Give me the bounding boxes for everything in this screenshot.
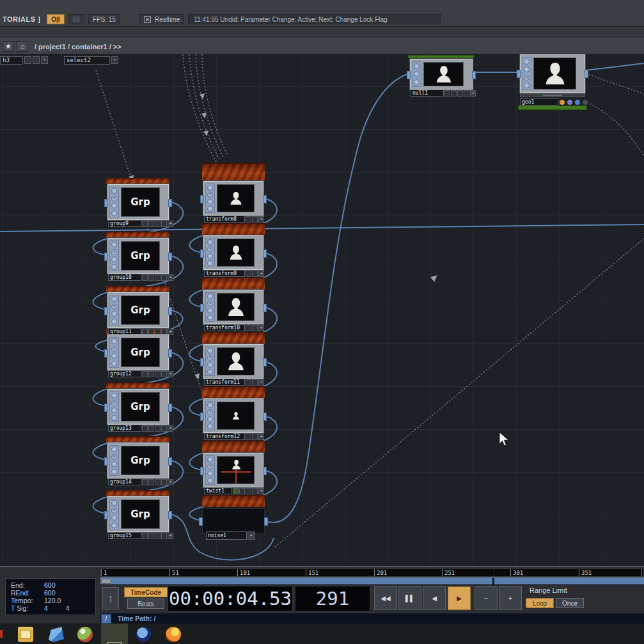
jump-to-start-button[interactable]: ◀◀ [374,586,397,610]
node-flag-column[interactable]: ✕ [109,240,119,271]
output-connector[interactable] [168,199,172,207]
node-viewer[interactable]: Grp [121,392,160,421]
node-viewer[interactable] [217,456,255,484]
node-viewer[interactable] [533,58,576,90]
node-flag-buttons[interactable]: + [246,434,264,440]
input-connector[interactable] [517,70,521,78]
input-connector[interactable] [407,71,411,79]
node-group15[interactable]: ✕ Grp group15 + [107,496,169,532]
input-connector[interactable] [104,253,108,261]
node-flag-column[interactable]: ✕ [109,445,119,476]
step-forward-button[interactable]: + [499,586,522,610]
node-flag-buttons[interactable]: + [246,216,264,223]
partial-flag-button[interactable] [33,56,40,64]
partial-flag-button[interactable] [24,56,31,64]
rate-box[interactable]: 60 [68,14,84,24]
node-flag-column[interactable]: ✕ [205,184,215,213]
node-flag-column[interactable]: ✕ [109,391,119,422]
node-geo1[interactable]: ✕ [520,54,585,93]
node-flag-buttons[interactable]: + [246,271,264,277]
node-viewer[interactable]: Grp [121,187,160,217]
node-viewer[interactable] [217,239,255,267]
flag-dot[interactable] [582,99,588,106]
output-connector[interactable] [472,71,476,79]
realtime-toggle[interactable]: ✕ Realtime [139,14,184,24]
node-transform11[interactable]: ✕ transform11 + [203,344,263,379]
node-transform10[interactable]: ✕ transform10 + [203,290,263,324]
node-flag-column[interactable]: ✕ [205,238,215,267]
node-viewer[interactable] [217,347,255,375]
node-flag-buttons[interactable]: + [142,371,173,377]
output-connector[interactable] [263,412,267,421]
output-connector[interactable] [264,517,268,526]
home-icon[interactable]: ⌂ [17,41,28,52]
node-viewer[interactable] [217,402,255,430]
node-name-label[interactable]: transform11 [204,379,245,386]
node-group12[interactable]: ✕ Grp group12 + [107,334,169,370]
node-flag-column[interactable]: ✕ [109,499,119,530]
ruler-playhead[interactable] [493,569,495,577]
input-connector[interactable] [200,249,204,258]
beats-mode-button[interactable]: Beats [127,599,164,609]
node-viewer[interactable]: Grp [121,241,160,271]
input-connector[interactable] [200,358,204,366]
range-bracket-button[interactable]: ] [102,587,119,609]
noise1-plus-button[interactable]: + [247,531,255,540]
node-flag-buttons[interactable]: + [246,325,264,331]
node-name-label[interactable]: group15 [108,532,141,539]
node-flag-column[interactable]: ✕ [205,455,215,485]
node-flag-column[interactable]: ✕ [205,347,215,376]
node-flag-buttons[interactable]: + [142,533,173,539]
node-name-label[interactable]: group14 [108,478,141,485]
geo1-display-flags[interactable] [559,99,588,106]
output-connector[interactable] [585,70,588,78]
node-name-label[interactable]: twist1 [204,487,232,494]
output-connector[interactable] [168,349,172,357]
partial-node-name-field[interactable]: h3 [0,56,23,65]
node-name-label[interactable]: group9 [108,220,141,227]
geo1-scrollbar[interactable] [520,93,585,97]
output-connector[interactable] [263,467,267,475]
output-connector[interactable] [168,511,172,519]
node-transform12[interactable]: ✕ transform12 + [203,398,263,433]
play-button[interactable]: ▶ [448,586,471,610]
output-connector[interactable] [263,304,267,312]
pickable-flag-dot[interactable] [574,99,581,106]
node-group14[interactable]: ✕ Grp group14 + [107,443,169,478]
range-playhead[interactable] [492,578,494,585]
node-name-label[interactable]: transform8 [204,216,245,223]
node-flag-buttons[interactable]: + [142,221,173,227]
once-button[interactable]: Once [556,598,584,608]
render-flag-dot[interactable] [559,99,565,106]
node-name-label[interactable]: transform9 [204,270,245,277]
input-connector[interactable] [104,307,108,315]
notes-app-icon[interactable] [49,627,64,642]
node-flag-buttons[interactable]: + [233,488,264,494]
node-flag-column[interactable]: ✕ [109,187,119,217]
node-name-label[interactable]: transform10 [204,324,245,331]
select2-name-field[interactable]: select2 [64,56,110,65]
node-viewer[interactable] [217,184,255,212]
node-name-label[interactable]: group10 [108,274,141,281]
node-group11[interactable]: ✕ Grp group11 + [107,292,169,328]
display-flag-dot[interactable] [567,99,573,106]
node-viewer[interactable] [423,62,464,86]
node-flag-buttons[interactable]: + [246,379,264,386]
timecode-mode-button[interactable]: TimeCode [124,587,168,597]
input-connector[interactable] [200,412,204,421]
tutorials-label[interactable]: TORIALS ] [0,15,43,23]
network-editor[interactable]: h3 + select2 + null1 + ✕ geo1 [0,54,644,566]
output-connector[interactable] [263,195,267,203]
input-connector[interactable] [200,195,204,203]
output-connector[interactable] [168,457,172,466]
node-group13[interactable]: ✕ Grp group13 + [107,389,169,425]
node-transform9[interactable]: ✕ transform9 + [203,235,263,270]
range-start-handle[interactable] [101,579,111,584]
input-connector[interactable] [104,404,108,412]
frame-ruler[interactable]: 1 51 101 151 201 251 301 351 40 [100,569,644,577]
node-flag-buttons[interactable]: + [142,479,173,485]
node-viewer[interactable]: Grp [121,499,160,529]
input-connector[interactable] [199,517,203,526]
firefox-icon[interactable] [166,627,181,642]
input-connector[interactable] [104,457,108,466]
